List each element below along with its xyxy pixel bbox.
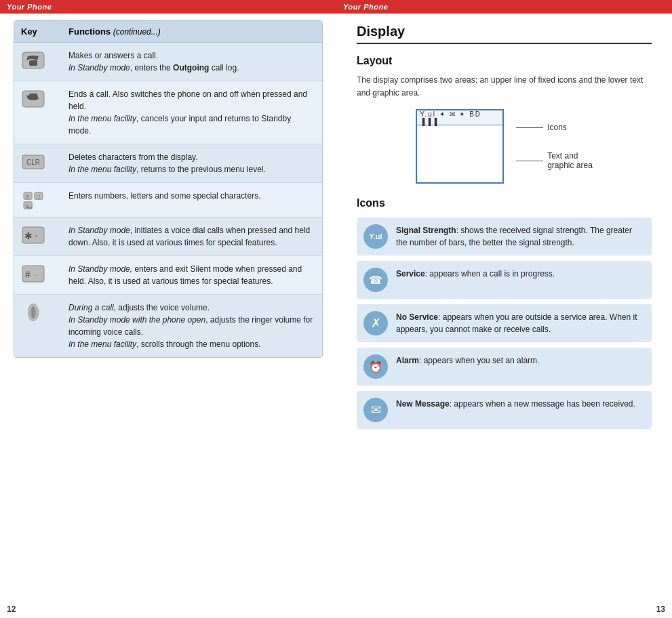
call-key-svg [21,51,45,70]
layout-subsection-title: Layout [357,55,652,67]
new-message-desc: New Message: appears when a new message … [396,398,635,410]
svg-text:CLR: CLR [26,159,40,166]
right-header-title: Your Phone [343,3,388,11]
service-title: Service [396,269,425,279]
no-service-icon: ✗ [363,311,388,335]
num-keys-svg: 0 □ 9 wx [21,191,45,210]
signal-strength-title: Signal Strength [396,226,456,235]
call-key-italic: In Standby mode [68,63,130,73]
hash-key-desc: In Standby mode, enters and exit Silent … [68,263,315,287]
left-content: Key Functions (continued...) Makes or an… [0,14,336,618]
table-row: CLR Deletes characters from the display.… [14,144,322,183]
list-item: ✉ New Message: appears when a new messag… [357,391,652,429]
svg-text:#: # [25,269,31,280]
volume-during-call: During a call [68,303,114,312]
svg-text:□: □ [37,194,40,200]
call-key-desc: Makes or answers a call. In Standby mode… [68,49,315,74]
svg-rect-1 [29,60,37,66]
volume-key-desc: During a call, adjusts the voice volume.… [68,302,315,350]
call-key-bold: Outgoing [173,63,209,73]
table-row: During a call, adjusts the voice volume.… [14,295,322,357]
alarm-icon: ⏰ [363,354,388,379]
table-row: # - In Standby mode, enters and exit Sil… [14,256,322,295]
left-page: Your Phone Key Functions (continued...) [0,0,336,618]
left-page-number: 12 [7,604,16,614]
alarm-title: Alarm [396,356,419,365]
new-message-icon: ✉ [363,398,388,422]
star-key-italic: In Standby mode [68,226,130,235]
right-header-bar: Your Phone [336,0,672,14]
right-content: Display Layout The display comprises two… [336,14,672,618]
hash-key-svg: # - [21,264,45,283]
key-table-header: Key Functions (continued...) [14,21,322,43]
table-row: Makes or answers a call. In Standby mode… [14,43,322,81]
star-key-svg: ✱ + [21,226,45,245]
end-key-svg [21,89,45,108]
num-keys-desc: Enters numbers, letters and some special… [68,190,315,202]
no-service-title: No Service [396,312,438,322]
phone-screen-box: Y.ul ✦ ✉ ✦ BD ▐▐▐ [416,109,504,184]
service-desc: Service: appears when a call is in progr… [396,268,555,280]
left-footer: 12 [0,600,336,618]
service-icon: ☎ [363,268,388,292]
func-col-header: Functions (continued...) [68,26,161,37]
layout-description: The display comprises two areas; an uppe… [357,74,652,100]
signal-strength-desc: Signal Strength: shows the received sign… [396,224,645,249]
list-item: ✗ No Service: appears when you are outsi… [357,304,652,342]
hash-key-italic: In Standby mode, [68,264,132,274]
svg-text:-: - [35,272,37,278]
clear-icon: CLR [21,151,68,171]
table-row: Ends a call. Also switches the phone on … [14,81,322,144]
list-item: Y.ul Signal Strength: shows the received… [357,218,652,255]
screen-icons-symbols: Y.ul ✦ ✉ ✦ BD ▐▐▐ [420,110,500,125]
svg-text:✱: ✱ [24,230,33,241]
text-area-label-item: Text andgraphic area [516,151,593,170]
new-message-title: New Message [396,399,450,409]
func-col-title: Functions [68,26,111,37]
key-table: Key Functions (continued...) Makes or an… [14,20,323,358]
left-header-bar: Your Phone [0,0,336,14]
key-col-header: Key [21,26,68,37]
icons-section-title: Icons [357,197,652,209]
volume-key-svg [21,303,45,322]
list-item: ⏰ Alarm: appears when you set an alarm. [357,348,652,386]
svg-text:+: + [35,233,38,239]
volume-key-icon [21,302,68,322]
text-area-line [516,161,543,161]
right-footer: 13 [336,600,672,618]
table-row: ✱ + In Standby mode, initiates a voice d… [14,218,322,256]
alarm-desc: Alarm: appears when you set an alarm. [396,354,539,367]
signal-strength-icon: Y.ul [363,224,388,249]
right-page: Your Phone Display Layout The display co… [336,0,672,618]
left-header-title: Your Phone [7,3,52,11]
clear-key-svg: CLR [21,152,45,171]
icons-label-item: Icons [516,123,593,132]
star-key-desc: In Standby mode, initiates a voice dial … [68,224,315,249]
clear-key-italic: In the menu facility [68,165,136,174]
diagram-labels: Icons Text andgraphic area [516,123,593,170]
number-keys-icon: 0 □ 9 wx [21,190,68,210]
hash-key-icon: # - [21,263,68,283]
display-diagram: Y.ul ✦ ✉ ✦ BD ▐▐▐ Icons Text andgraphic … [357,109,652,184]
call-icon [21,49,68,70]
svg-rect-3 [29,94,37,99]
end-key-desc: Ends a call. Also switches the phone on … [68,88,315,137]
list-item: ☎ Service: appears when a call is in pro… [357,261,652,299]
right-page-number: 13 [656,604,665,614]
clear-key-desc: Deletes characters from the display. In … [68,151,315,176]
no-service-desc: No Service: appears when you are outside… [396,311,645,335]
volume-menu: In the menu facility [68,339,136,349]
text-area-label: Text andgraphic area [547,151,593,170]
display-section-title: Display [357,24,652,44]
volume-standby: In Standby mode with the phone open [68,315,205,325]
icons-line [516,127,543,128]
end-key-italic: In the menu facility [68,114,136,123]
end-call-icon [21,88,68,108]
svg-text:0: 0 [26,194,30,200]
table-row: 0 □ 9 wx Enters numbers, letters and som… [14,183,322,218]
screen-icons-bar: Y.ul ✦ ✉ ✦ BD ▐▐▐ [417,110,502,125]
svg-text:wx: wx [28,205,33,209]
icons-label: Icons [547,123,567,132]
star-key-icon: ✱ + [21,224,68,245]
func-col-sub: (continued...) [113,27,161,37]
